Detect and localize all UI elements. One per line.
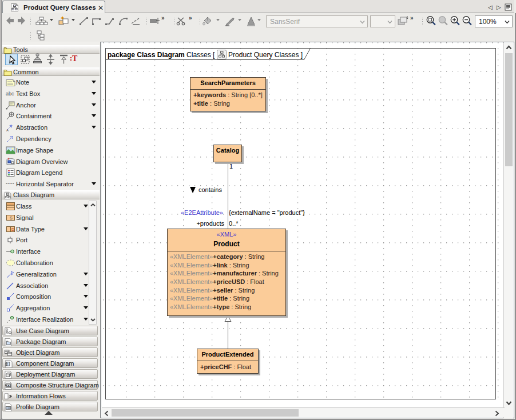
svg-text:D: D <box>11 227 14 231</box>
svg-text:S: S <box>10 216 13 220</box>
svg-text:A: A <box>6 129 9 132</box>
